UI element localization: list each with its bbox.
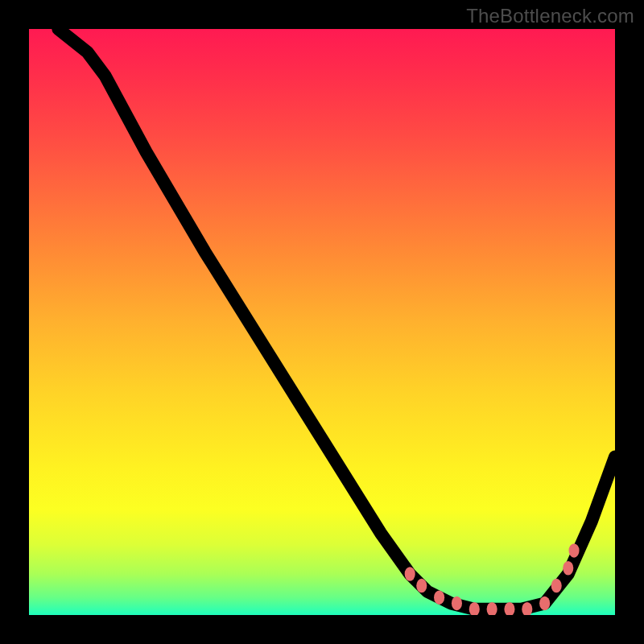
watermark-text: TheBottleneck.com — [466, 5, 634, 27]
marker-dot — [551, 579, 562, 592]
chart-frame: TheBottleneck.com — [0, 0, 644, 644]
marker-dot — [539, 597, 550, 610]
marker-dot — [405, 567, 415, 580]
chart-overlay — [29, 29, 615, 615]
marker-dots — [405, 543, 580, 615]
marker-dot — [452, 597, 462, 610]
bottleneck-curve — [58, 29, 615, 609]
marker-dot — [416, 579, 427, 592]
marker-dot — [434, 590, 444, 604]
marker-dot — [563, 561, 573, 575]
marker-dot — [568, 543, 579, 557]
